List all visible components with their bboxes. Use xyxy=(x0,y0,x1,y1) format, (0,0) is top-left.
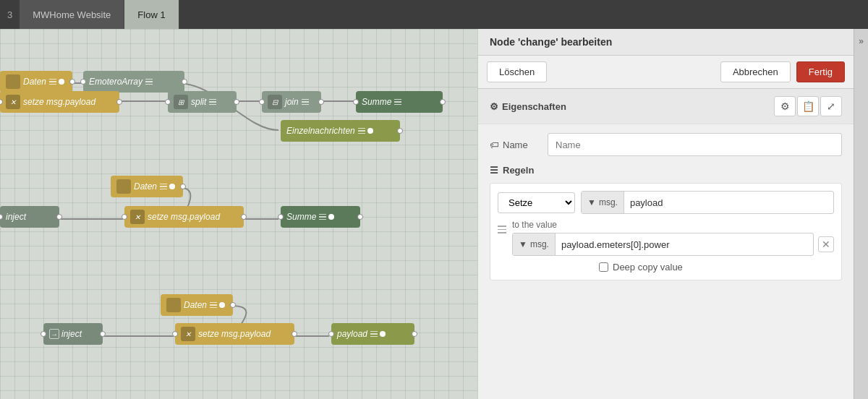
port-r-setze1[interactable] xyxy=(116,99,122,105)
node-menu-einzeln[interactable] xyxy=(358,128,365,134)
name-input[interactable] xyxy=(548,133,842,156)
tab-flow1[interactable]: Flow 1 xyxy=(124,0,179,29)
tab-number: 3 xyxy=(0,9,20,20)
name-row: 🏷 Name xyxy=(490,133,842,156)
to-value-row: ▼ msg. payload.emeters[0].power ✕ xyxy=(512,233,834,256)
port-l-inject2[interactable] xyxy=(41,331,46,337)
expand-icon: ⤢ xyxy=(827,100,835,112)
port-l-emotero[interactable] xyxy=(80,79,86,85)
canvas[interactable]: Daten EmoteroArray ✕ setze msg.payload ⊞… xyxy=(0,29,477,399)
port-l-summe2[interactable] xyxy=(278,214,284,220)
panel-section-header: ⚙ Eigenschaften ⚙ 📋 ⤢ xyxy=(478,89,854,124)
msg-prefix-1[interactable]: ▼ msg. xyxy=(582,192,624,213)
port-r-einzeln[interactable] xyxy=(397,128,403,134)
port-r-emotero[interactable] xyxy=(182,79,187,85)
list-icon: ☰ xyxy=(490,165,498,176)
node-menu-daten2[interactable] xyxy=(160,184,167,190)
panel-title: Node 'change' bearbeiten xyxy=(490,36,612,48)
node-payload[interactable]: payload xyxy=(331,323,414,345)
node-menu-split[interactable] xyxy=(209,99,216,106)
node-summe2[interactable]: Summe xyxy=(281,206,360,228)
drag-handle[interactable] xyxy=(498,220,506,233)
rule-row-2: to the value ▼ msg. payload.emeters[0].p… xyxy=(498,220,834,273)
port-r-setze2[interactable] xyxy=(241,214,247,220)
port-r-daten1[interactable] xyxy=(69,79,75,85)
node-split[interactable]: ⊞ split xyxy=(168,91,237,113)
node-inject1[interactable]: inject xyxy=(0,206,59,228)
expand-icon-btn[interactable]: ⤢ xyxy=(820,96,842,116)
node-emoteroarray[interactable]: EmoteroArray xyxy=(83,71,184,93)
node-dot-daten2 xyxy=(169,184,175,189)
node-menu-join[interactable] xyxy=(302,99,309,106)
node-icon-setze1: ✕ xyxy=(6,95,20,109)
port-r-setze3[interactable] xyxy=(292,331,297,337)
node-menu-summe1[interactable] xyxy=(394,99,401,106)
node-setze1[interactable]: ✕ setze msg.payload xyxy=(0,91,119,113)
deep-copy-row: Deep copy value xyxy=(599,262,834,273)
delete-rule-btn[interactable]: ✕ xyxy=(818,236,834,252)
port-r-split[interactable] xyxy=(234,99,239,105)
tag-icon: 🏷 xyxy=(490,140,499,150)
node-dot-daten3 xyxy=(219,302,225,308)
port-r-inject2[interactable] xyxy=(100,331,106,337)
save-button[interactable]: Fertig xyxy=(796,61,845,82)
port-r-summe2[interactable] xyxy=(357,214,363,220)
node-menu-daten1[interactable] xyxy=(49,79,56,85)
doc-icon-btn[interactable]: 📋 xyxy=(797,96,819,116)
node-icon-daten3 xyxy=(166,298,181,312)
collapse-panel-btn[interactable]: » xyxy=(854,29,868,399)
node-icon-setze2: ✕ xyxy=(130,210,145,224)
node-join[interactable]: ⊟ join xyxy=(262,91,321,113)
node-menu-payload[interactable] xyxy=(370,331,378,338)
node-setze2[interactable]: ✕ setze msg.payload xyxy=(124,206,244,228)
port-l-setze3[interactable] xyxy=(172,331,178,337)
port-l-split[interactable] xyxy=(165,99,171,105)
node-dot-daten1 xyxy=(59,79,64,85)
deep-copy-label: Deep copy value xyxy=(613,262,683,273)
msg-value-2: payload.emeters[0].power xyxy=(556,239,676,250)
node-menu-summe2[interactable] xyxy=(319,214,326,220)
tab-mwhome[interactable]: MWHome Website xyxy=(20,0,124,29)
port-l-inject1[interactable] xyxy=(0,214,3,220)
top-bar: 3 MWHome Website Flow 1 xyxy=(0,0,868,29)
node-daten-1[interactable]: Daten xyxy=(0,71,72,93)
port-l-setze2[interactable] xyxy=(122,214,127,220)
rule-action-select[interactable]: SetzeÄndereLöscheVerschiebe xyxy=(498,192,575,213)
node-setze3[interactable]: ✕ setze msg.payload xyxy=(175,323,294,345)
settings-icon-btn[interactable]: ⚙ xyxy=(774,96,796,116)
name-label: 🏷 Name xyxy=(490,140,540,150)
node-dot-einzeln xyxy=(367,128,373,134)
node-daten-3[interactable]: Daten xyxy=(161,294,233,316)
node-daten-2[interactable]: Daten xyxy=(111,176,183,197)
node-icon-daten1 xyxy=(6,74,20,89)
panel-header: Node 'change' bearbeiten xyxy=(478,29,854,56)
deep-copy-checkbox[interactable] xyxy=(599,262,608,272)
node-menu-daten3[interactable] xyxy=(210,302,217,309)
main-area: Daten EmoteroArray ✕ setze msg.payload ⊞… xyxy=(0,29,868,399)
cancel-button[interactable]: Abbrechen xyxy=(720,61,791,82)
node-menu-emotero[interactable] xyxy=(145,79,153,85)
node-inject2[interactable]: → inject xyxy=(43,323,103,345)
node-icon-setze3: ✕ xyxy=(181,327,195,341)
node-icon-split: ⊞ xyxy=(174,95,188,109)
port-l-payload[interactable] xyxy=(328,331,334,337)
port-r-daten2[interactable] xyxy=(180,184,186,189)
port-l-join[interactable] xyxy=(259,99,265,105)
port-r-inject1[interactable] xyxy=(56,214,62,220)
port-r-join[interactable] xyxy=(318,99,324,105)
node-einzelnachrichten[interactable]: Einzelnachrichten xyxy=(281,120,400,142)
node-summe1[interactable]: Summe xyxy=(356,91,443,113)
port-r-daten3[interactable] xyxy=(230,302,236,308)
msg-prefix-box-1: ▼ msg. payload xyxy=(581,191,834,214)
regeln-label: ☰ Regeln xyxy=(490,165,842,176)
port-r-summe1[interactable] xyxy=(440,99,446,105)
section-title: ⚙ Eigenschaften xyxy=(490,101,566,112)
msg-dropdown-arrow-1: ▼ xyxy=(587,197,596,207)
port-l-setze1[interactable] xyxy=(0,99,3,105)
node-dot-payload xyxy=(380,331,386,337)
msg-prefix-2[interactable]: ▼ msg. xyxy=(513,233,556,255)
panel-body: 🏷 Name ☰ Regeln SetzeÄndereLöscheVerschi… xyxy=(478,124,854,399)
port-r-payload[interactable] xyxy=(412,331,417,337)
delete-button[interactable]: Löschen xyxy=(487,61,547,82)
port-l-summe1[interactable] xyxy=(353,99,359,105)
